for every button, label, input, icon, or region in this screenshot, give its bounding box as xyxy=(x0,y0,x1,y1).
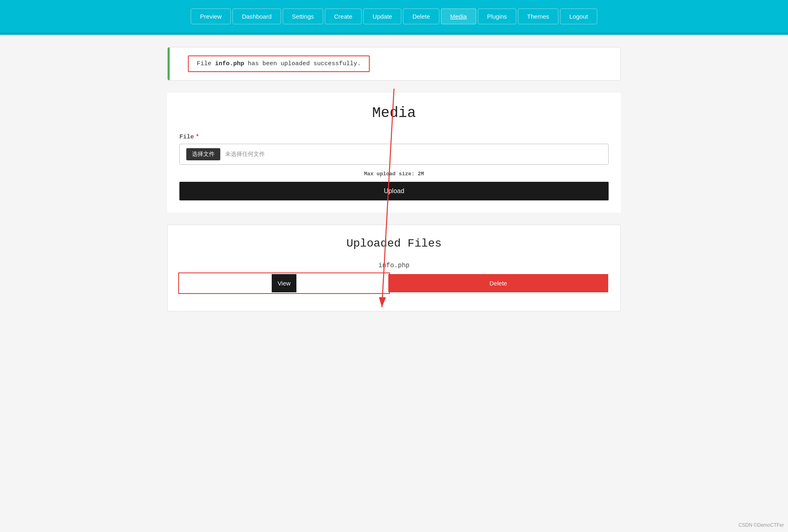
choose-file-button[interactable]: 选择文件 xyxy=(186,148,220,160)
nav-item-delete[interactable]: Delete xyxy=(403,9,439,24)
file-no-selection-text: 未选择任何文件 xyxy=(225,151,265,158)
delete-button[interactable]: Delete xyxy=(388,274,608,292)
nav-link-dashboard[interactable]: Dashboard xyxy=(232,9,281,24)
success-text-prefix: File xyxy=(197,60,215,67)
nav-link-plugins[interactable]: Plugins xyxy=(478,9,516,24)
media-section: Media File* 选择文件 未选择任何文件 Max upload size… xyxy=(167,93,621,213)
nav-link-preview[interactable]: Preview xyxy=(191,9,231,24)
file-entry: info.php View Delete xyxy=(180,262,608,292)
nav-link-create[interactable]: Create xyxy=(325,9,362,24)
nav-links: Preview Dashboard Settings Create Update… xyxy=(191,9,597,24)
file-name: info.php xyxy=(180,262,608,269)
success-message: File info.php has been uploaded successf… xyxy=(188,55,370,72)
file-input-wrapper[interactable]: 选择文件 未选择任何文件 xyxy=(179,144,609,165)
max-upload-info: Max upload size: 2M xyxy=(179,171,609,177)
file-actions: View Delete xyxy=(180,274,608,292)
navbar: Preview Dashboard Settings Create Update… xyxy=(0,0,788,32)
view-btn-wrapper: View xyxy=(180,274,388,292)
view-button[interactable]: View xyxy=(272,274,296,292)
nav-link-themes[interactable]: Themes xyxy=(518,9,558,24)
nav-link-logout[interactable]: Logout xyxy=(560,9,597,24)
watermark: CSDN ©DemoCTFer xyxy=(739,522,784,528)
nav-item-themes[interactable]: Themes xyxy=(518,9,558,24)
nav-link-settings[interactable]: Settings xyxy=(283,9,323,24)
nav-link-delete[interactable]: Delete xyxy=(403,9,439,24)
main-content: File info.php has been uploaded successf… xyxy=(151,35,637,323)
success-filename: info.php xyxy=(215,60,244,67)
uploaded-section: Uploaded Files info.php View Delete xyxy=(167,225,621,311)
nav-item-update[interactable]: Update xyxy=(363,9,401,24)
nav-item-media[interactable]: Media xyxy=(441,9,476,24)
nav-item-plugins[interactable]: Plugins xyxy=(478,9,516,24)
nav-item-preview[interactable]: Preview xyxy=(191,9,231,24)
page-title: Media xyxy=(179,105,609,121)
file-label: File* xyxy=(179,134,609,140)
upload-button[interactable]: Upload xyxy=(179,182,609,200)
success-card: File info.php has been uploaded successf… xyxy=(167,47,621,81)
nav-link-media[interactable]: Media xyxy=(441,9,476,24)
required-indicator: * xyxy=(196,134,199,140)
uploaded-title: Uploaded Files xyxy=(180,237,608,250)
success-text-suffix: has been uploaded successfully. xyxy=(244,60,361,67)
nav-link-update[interactable]: Update xyxy=(363,9,401,24)
nav-item-logout[interactable]: Logout xyxy=(560,9,597,24)
nav-item-settings[interactable]: Settings xyxy=(283,9,323,24)
nav-item-create[interactable]: Create xyxy=(325,9,362,24)
file-form-group: File* 选择文件 未选择任何文件 xyxy=(179,134,609,165)
nav-item-dashboard[interactable]: Dashboard xyxy=(232,9,281,24)
